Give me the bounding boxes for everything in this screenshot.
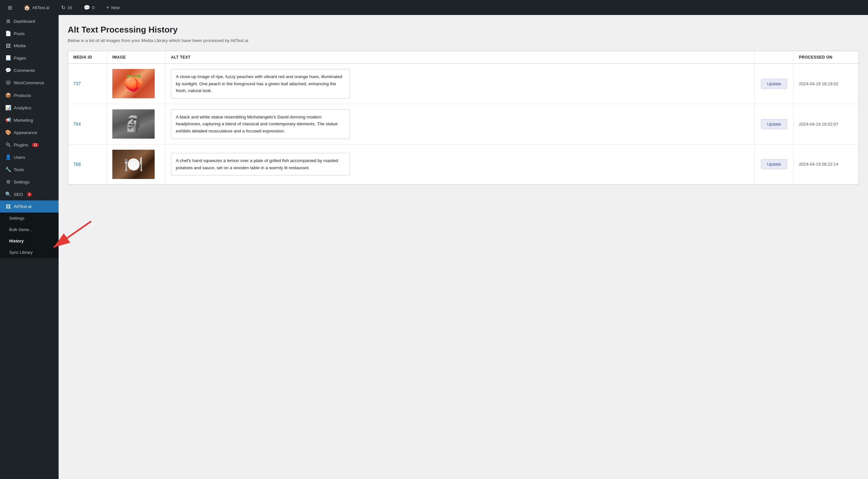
thumbnail-737 — [112, 69, 155, 98]
sidebar-item-users[interactable]: 👤 Users — [0, 151, 59, 163]
appearance-icon: 🎨 — [5, 129, 11, 135]
comments-count: 0 — [92, 5, 94, 10]
alt-text-content-764: A black and white statue resembling Mich… — [171, 109, 350, 139]
update-cell-768: Update — [755, 144, 794, 184]
tools-icon: 🔧 — [5, 167, 11, 172]
dashboard-icon: ⊞ — [5, 18, 11, 24]
processed-date-768: 2024-04-19 08:22:14 — [799, 162, 838, 167]
processed-date-737: 2024-04-19 18:19:02 — [799, 82, 838, 86]
media-id-cell: 768 — [68, 144, 107, 184]
home-icon: 🏠 — [24, 5, 30, 11]
media-id-cell: 764 — [68, 104, 107, 144]
table-row: 764 A black and white statue resembling … — [68, 104, 859, 144]
media-id-link-737[interactable]: 737 — [73, 81, 81, 86]
products-icon: 📦 — [5, 92, 11, 98]
processed-cell-764: 2024-04-19 18:02:07 — [794, 104, 859, 144]
sidebar-submenu-bulkgen[interactable]: Bulk Gene... — [0, 224, 59, 235]
sidebar-item-posts[interactable]: 📄 Posts — [0, 27, 59, 40]
thumbnail-768 — [112, 150, 155, 179]
processing-history-table: MEDIA ID IMAGE ALT TEXT PROCESSED ON 737 — [68, 51, 859, 185]
sidebar-item-comments[interactable]: 💬 Comments — [0, 64, 59, 76]
alttext-cell-768: A chef's hand squeezes a lemon over a pl… — [166, 144, 755, 184]
plugins-badge: 11 — [32, 143, 39, 147]
media-id-link-768[interactable]: 768 — [73, 162, 81, 167]
col-header-update — [755, 51, 794, 64]
updates-icon: ↻ — [61, 5, 65, 11]
media-icon: 🖼 — [5, 43, 11, 49]
sidebar-label-users: Users — [14, 155, 25, 160]
update-cell-737: Update — [755, 64, 794, 104]
sidebar-item-media[interactable]: 🖼 Media — [0, 40, 59, 52]
sidebar-label-dashboard: Dashboard — [14, 19, 35, 24]
sidebar-label-products: Products — [14, 93, 31, 98]
table-body: 737 A close-up image of ripe, fuzzy peac… — [68, 64, 859, 185]
sidebar-item-alttextai[interactable]: 🖼 AltText.ai — [0, 200, 59, 213]
analytics-icon: 📊 — [5, 105, 11, 110]
wp-logo-button[interactable]: ⊞ — [5, 3, 14, 12]
site-name-button[interactable]: 🏠 AltText.ai — [21, 3, 52, 12]
alt-text-content-768: A chef's hand squeezes a lemon over a pl… — [171, 153, 350, 175]
update-button-768[interactable]: Update — [761, 159, 787, 169]
alt-text-content-737: A close-up image of ripe, fuzzy peaches … — [171, 69, 350, 99]
sidebar-item-analytics[interactable]: 📊 Analytics — [0, 101, 59, 114]
sidebar-item-seo[interactable]: 🔍 SEO 1 — [0, 188, 59, 200]
sidebar-item-plugins[interactable]: 🔌 Plugins 11 — [0, 139, 59, 151]
table-header-row: MEDIA ID IMAGE ALT TEXT PROCESSED ON — [68, 51, 859, 64]
media-id-link-764[interactable]: 764 — [73, 121, 81, 127]
thumbnail-764 — [112, 109, 155, 139]
sidebar-label-media: Media — [14, 43, 26, 48]
comments-icon: 💬 — [84, 5, 90, 11]
image-cell-737 — [107, 64, 166, 104]
submenu-synclibrary-label: Sync Library — [9, 250, 33, 255]
posts-icon: 📄 — [5, 31, 11, 36]
sidebar-item-dashboard[interactable]: ⊞ Dashboard — [0, 15, 59, 27]
sidebar-item-woocommerce[interactable]: Ⓦ WooCommerce — [0, 76, 59, 89]
processed-date-764: 2024-04-19 18:02:07 — [799, 122, 838, 127]
comments-button[interactable]: 💬 0 — [81, 3, 97, 12]
new-label: New — [111, 5, 120, 10]
update-button-737[interactable]: Update — [761, 79, 787, 89]
submenu-bulkgen-label: Bulk Gene... — [9, 227, 33, 232]
updates-button[interactable]: ↻ 16 — [59, 3, 74, 12]
sidebar-label-posts: Posts — [14, 31, 25, 36]
sidebar-item-products[interactable]: 📦 Products — [0, 89, 59, 101]
sidebar-submenu-synclibrary[interactable]: Sync Library — [0, 247, 59, 258]
col-header-alttext: ALT TEXT — [166, 51, 755, 64]
sidebar-item-appearance[interactable]: 🎨 Appearance — [0, 126, 59, 139]
alttextai-submenu: Settings Bulk Gene... History Sync Libra… — [0, 213, 59, 258]
sidebar-item-settings[interactable]: ⚙ Settings — [0, 176, 59, 188]
alttextai-icon: 🖼 — [5, 204, 11, 209]
sidebar-label-settings: Settings — [14, 180, 30, 185]
sidebar-label-marketing: Marketing — [14, 118, 33, 123]
sidebar-submenu-history[interactable]: History — [0, 235, 59, 247]
seo-badge: 1 — [27, 192, 32, 196]
sidebar: ⊞ Dashboard 📄 Posts 🖼 Media 📃 Pages 💬 Co… — [0, 15, 59, 479]
sidebar-label-woocommerce: WooCommerce — [14, 81, 44, 85]
main-content: Alt Text Processing History Below is a l… — [59, 15, 868, 479]
sidebar-label-plugins: Plugins — [14, 142, 28, 148]
sidebar-item-marketing[interactable]: 📢 Marketing — [0, 114, 59, 126]
sidebar-label-alttextai: AltText.ai — [14, 204, 32, 209]
svg-line-1 — [59, 221, 91, 247]
comments-nav-icon: 💬 — [5, 67, 11, 73]
woo-icon: Ⓦ — [5, 80, 11, 86]
col-header-image: IMAGE — [107, 51, 166, 64]
processed-cell-737: 2024-04-19 18:19:02 — [794, 64, 859, 104]
sidebar-item-pages[interactable]: 📃 Pages — [0, 52, 59, 64]
sidebar-label-tools: Tools — [14, 167, 24, 172]
alttext-cell-764: A black and white statue resembling Mich… — [166, 104, 755, 144]
col-header-mediaid: MEDIA ID — [68, 51, 107, 64]
page-title: Alt Text Processing History — [68, 25, 859, 35]
plus-icon: + — [106, 5, 109, 10]
sidebar-item-tools[interactable]: 🔧 Tools — [0, 163, 59, 176]
update-button-764[interactable]: Update — [761, 119, 787, 129]
users-icon: 👤 — [5, 154, 11, 160]
submenu-settings-label: Settings — [9, 216, 24, 221]
sidebar-submenu-settings[interactable]: Settings — [0, 213, 59, 224]
col-header-processed: PROCESSED ON — [794, 51, 859, 64]
new-content-button[interactable]: + New — [103, 3, 122, 12]
sidebar-label-appearance: Appearance — [14, 130, 37, 135]
seo-icon: 🔍 — [5, 191, 11, 197]
update-cell-764: Update — [755, 104, 794, 144]
table-row: 768 A chef's hand squeezes a lemon over … — [68, 144, 859, 184]
